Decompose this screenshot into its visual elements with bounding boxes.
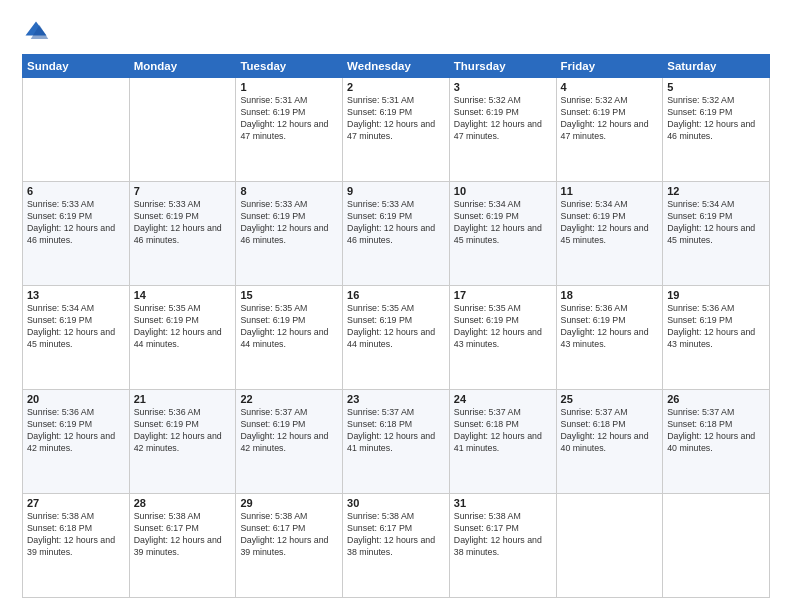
day-info: Sunrise: 5:32 AM Sunset: 6:19 PM Dayligh… bbox=[561, 95, 659, 143]
calendar-cell: 13Sunrise: 5:34 AM Sunset: 6:19 PM Dayli… bbox=[23, 286, 130, 390]
day-number: 10 bbox=[454, 185, 552, 197]
day-number: 9 bbox=[347, 185, 445, 197]
day-number: 31 bbox=[454, 497, 552, 509]
day-info: Sunrise: 5:34 AM Sunset: 6:19 PM Dayligh… bbox=[454, 199, 552, 247]
day-number: 28 bbox=[134, 497, 232, 509]
day-info: Sunrise: 5:38 AM Sunset: 6:17 PM Dayligh… bbox=[134, 511, 232, 559]
day-number: 19 bbox=[667, 289, 765, 301]
day-info: Sunrise: 5:34 AM Sunset: 6:19 PM Dayligh… bbox=[561, 199, 659, 247]
day-info: Sunrise: 5:33 AM Sunset: 6:19 PM Dayligh… bbox=[347, 199, 445, 247]
calendar-cell: 8Sunrise: 5:33 AM Sunset: 6:19 PM Daylig… bbox=[236, 182, 343, 286]
day-number: 15 bbox=[240, 289, 338, 301]
calendar-table: SundayMondayTuesdayWednesdayThursdayFrid… bbox=[22, 54, 770, 598]
day-number: 20 bbox=[27, 393, 125, 405]
day-header-wednesday: Wednesday bbox=[343, 55, 450, 78]
calendar-cell: 29Sunrise: 5:38 AM Sunset: 6:17 PM Dayli… bbox=[236, 494, 343, 598]
day-info: Sunrise: 5:37 AM Sunset: 6:19 PM Dayligh… bbox=[240, 407, 338, 455]
calendar-week-5: 27Sunrise: 5:38 AM Sunset: 6:18 PM Dayli… bbox=[23, 494, 770, 598]
day-info: Sunrise: 5:37 AM Sunset: 6:18 PM Dayligh… bbox=[667, 407, 765, 455]
calendar-week-1: 1Sunrise: 5:31 AM Sunset: 6:19 PM Daylig… bbox=[23, 78, 770, 182]
day-header-sunday: Sunday bbox=[23, 55, 130, 78]
calendar-week-2: 6Sunrise: 5:33 AM Sunset: 6:19 PM Daylig… bbox=[23, 182, 770, 286]
calendar-cell: 21Sunrise: 5:36 AM Sunset: 6:19 PM Dayli… bbox=[129, 390, 236, 494]
calendar-cell bbox=[129, 78, 236, 182]
calendar-cell bbox=[23, 78, 130, 182]
calendar-cell: 11Sunrise: 5:34 AM Sunset: 6:19 PM Dayli… bbox=[556, 182, 663, 286]
day-info: Sunrise: 5:37 AM Sunset: 6:18 PM Dayligh… bbox=[561, 407, 659, 455]
day-number: 7 bbox=[134, 185, 232, 197]
day-info: Sunrise: 5:33 AM Sunset: 6:19 PM Dayligh… bbox=[134, 199, 232, 247]
calendar-cell: 27Sunrise: 5:38 AM Sunset: 6:18 PM Dayli… bbox=[23, 494, 130, 598]
day-info: Sunrise: 5:33 AM Sunset: 6:19 PM Dayligh… bbox=[27, 199, 125, 247]
calendar-cell: 17Sunrise: 5:35 AM Sunset: 6:19 PM Dayli… bbox=[449, 286, 556, 390]
day-info: Sunrise: 5:36 AM Sunset: 6:19 PM Dayligh… bbox=[134, 407, 232, 455]
logo-icon bbox=[22, 18, 50, 46]
day-number: 29 bbox=[240, 497, 338, 509]
day-number: 13 bbox=[27, 289, 125, 301]
calendar-cell: 9Sunrise: 5:33 AM Sunset: 6:19 PM Daylig… bbox=[343, 182, 450, 286]
day-header-friday: Friday bbox=[556, 55, 663, 78]
calendar-cell: 24Sunrise: 5:37 AM Sunset: 6:18 PM Dayli… bbox=[449, 390, 556, 494]
day-number: 3 bbox=[454, 81, 552, 93]
calendar-cell: 15Sunrise: 5:35 AM Sunset: 6:19 PM Dayli… bbox=[236, 286, 343, 390]
calendar-cell: 12Sunrise: 5:34 AM Sunset: 6:19 PM Dayli… bbox=[663, 182, 770, 286]
day-number: 6 bbox=[27, 185, 125, 197]
day-number: 1 bbox=[240, 81, 338, 93]
day-number: 8 bbox=[240, 185, 338, 197]
day-info: Sunrise: 5:34 AM Sunset: 6:19 PM Dayligh… bbox=[667, 199, 765, 247]
day-number: 18 bbox=[561, 289, 659, 301]
day-info: Sunrise: 5:31 AM Sunset: 6:19 PM Dayligh… bbox=[240, 95, 338, 143]
day-info: Sunrise: 5:32 AM Sunset: 6:19 PM Dayligh… bbox=[667, 95, 765, 143]
day-number: 14 bbox=[134, 289, 232, 301]
day-info: Sunrise: 5:35 AM Sunset: 6:19 PM Dayligh… bbox=[454, 303, 552, 351]
calendar-cell: 28Sunrise: 5:38 AM Sunset: 6:17 PM Dayli… bbox=[129, 494, 236, 598]
day-number: 17 bbox=[454, 289, 552, 301]
calendar-cell: 2Sunrise: 5:31 AM Sunset: 6:19 PM Daylig… bbox=[343, 78, 450, 182]
calendar-week-3: 13Sunrise: 5:34 AM Sunset: 6:19 PM Dayli… bbox=[23, 286, 770, 390]
calendar-cell: 19Sunrise: 5:36 AM Sunset: 6:19 PM Dayli… bbox=[663, 286, 770, 390]
day-info: Sunrise: 5:36 AM Sunset: 6:19 PM Dayligh… bbox=[667, 303, 765, 351]
day-number: 25 bbox=[561, 393, 659, 405]
calendar-cell: 22Sunrise: 5:37 AM Sunset: 6:19 PM Dayli… bbox=[236, 390, 343, 494]
day-number: 22 bbox=[240, 393, 338, 405]
day-info: Sunrise: 5:38 AM Sunset: 6:17 PM Dayligh… bbox=[347, 511, 445, 559]
day-number: 26 bbox=[667, 393, 765, 405]
calendar-cell: 3Sunrise: 5:32 AM Sunset: 6:19 PM Daylig… bbox=[449, 78, 556, 182]
day-number: 2 bbox=[347, 81, 445, 93]
day-info: Sunrise: 5:38 AM Sunset: 6:17 PM Dayligh… bbox=[454, 511, 552, 559]
day-info: Sunrise: 5:36 AM Sunset: 6:19 PM Dayligh… bbox=[27, 407, 125, 455]
day-info: Sunrise: 5:36 AM Sunset: 6:19 PM Dayligh… bbox=[561, 303, 659, 351]
calendar-cell bbox=[663, 494, 770, 598]
day-info: Sunrise: 5:31 AM Sunset: 6:19 PM Dayligh… bbox=[347, 95, 445, 143]
day-number: 4 bbox=[561, 81, 659, 93]
logo bbox=[22, 18, 54, 46]
day-header-monday: Monday bbox=[129, 55, 236, 78]
day-info: Sunrise: 5:37 AM Sunset: 6:18 PM Dayligh… bbox=[347, 407, 445, 455]
day-number: 23 bbox=[347, 393, 445, 405]
page: SundayMondayTuesdayWednesdayThursdayFrid… bbox=[0, 0, 792, 612]
header bbox=[22, 18, 770, 46]
day-info: Sunrise: 5:35 AM Sunset: 6:19 PM Dayligh… bbox=[240, 303, 338, 351]
calendar-cell: 7Sunrise: 5:33 AM Sunset: 6:19 PM Daylig… bbox=[129, 182, 236, 286]
calendar-cell: 23Sunrise: 5:37 AM Sunset: 6:18 PM Dayli… bbox=[343, 390, 450, 494]
day-info: Sunrise: 5:33 AM Sunset: 6:19 PM Dayligh… bbox=[240, 199, 338, 247]
calendar-cell: 30Sunrise: 5:38 AM Sunset: 6:17 PM Dayli… bbox=[343, 494, 450, 598]
calendar-cell: 16Sunrise: 5:35 AM Sunset: 6:19 PM Dayli… bbox=[343, 286, 450, 390]
day-number: 5 bbox=[667, 81, 765, 93]
calendar-cell: 14Sunrise: 5:35 AM Sunset: 6:19 PM Dayli… bbox=[129, 286, 236, 390]
calendar-cell: 4Sunrise: 5:32 AM Sunset: 6:19 PM Daylig… bbox=[556, 78, 663, 182]
calendar-cell: 18Sunrise: 5:36 AM Sunset: 6:19 PM Dayli… bbox=[556, 286, 663, 390]
day-info: Sunrise: 5:38 AM Sunset: 6:18 PM Dayligh… bbox=[27, 511, 125, 559]
day-number: 16 bbox=[347, 289, 445, 301]
day-info: Sunrise: 5:32 AM Sunset: 6:19 PM Dayligh… bbox=[454, 95, 552, 143]
calendar-cell: 5Sunrise: 5:32 AM Sunset: 6:19 PM Daylig… bbox=[663, 78, 770, 182]
day-number: 11 bbox=[561, 185, 659, 197]
calendar-cell: 26Sunrise: 5:37 AM Sunset: 6:18 PM Dayli… bbox=[663, 390, 770, 494]
day-info: Sunrise: 5:37 AM Sunset: 6:18 PM Dayligh… bbox=[454, 407, 552, 455]
day-info: Sunrise: 5:35 AM Sunset: 6:19 PM Dayligh… bbox=[347, 303, 445, 351]
day-header-thursday: Thursday bbox=[449, 55, 556, 78]
calendar-cell: 1Sunrise: 5:31 AM Sunset: 6:19 PM Daylig… bbox=[236, 78, 343, 182]
day-number: 21 bbox=[134, 393, 232, 405]
day-header-tuesday: Tuesday bbox=[236, 55, 343, 78]
day-number: 24 bbox=[454, 393, 552, 405]
